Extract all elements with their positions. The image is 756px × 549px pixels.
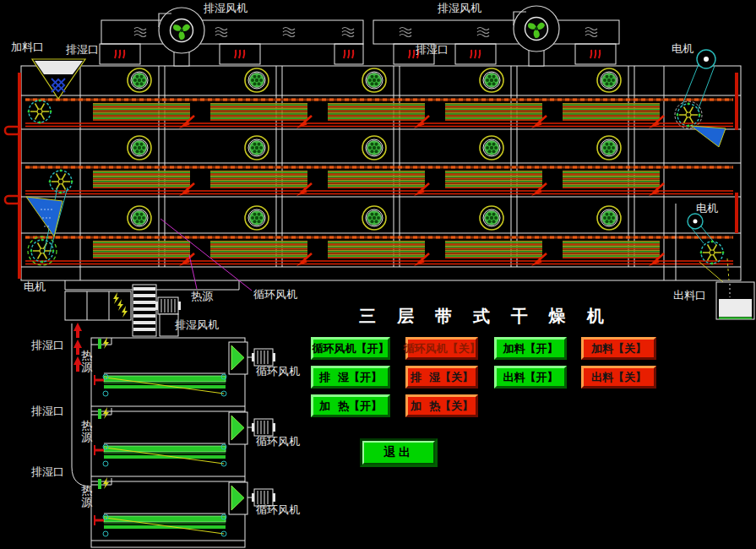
exhaust-fan-icon-left bbox=[159, 8, 204, 53]
exhaust-on-button[interactable]: 排 湿【开】 bbox=[311, 366, 390, 389]
label-exhaust-fan-right: 排湿风机 bbox=[438, 3, 481, 14]
label-motor-bottom-left: 电机 bbox=[24, 281, 46, 293]
roof-exhaust-assembly bbox=[100, 6, 619, 66]
right-drive-assembly bbox=[675, 50, 754, 319]
discharge-off-button[interactable]: 出料【关】 bbox=[581, 366, 656, 389]
circulation-fan-on-button[interactable]: 循环风机【开】 bbox=[311, 337, 390, 360]
dryer-level-2 bbox=[21, 136, 741, 197]
side-view-schematic bbox=[65, 285, 275, 547]
label-exhaust-fan-left: 排湿风机 bbox=[204, 3, 247, 14]
left-drive-assembly bbox=[5, 59, 85, 279]
label-motor-top-right: 电机 bbox=[672, 43, 693, 55]
belt-pulley-icon bbox=[28, 100, 52, 124]
dryer-levels bbox=[21, 68, 741, 267]
heat-hatch-icon bbox=[115, 50, 124, 58]
heat-off-button[interactable]: 加 热【关】 bbox=[405, 394, 478, 417]
exit-button-label: 退出 bbox=[362, 441, 435, 465]
belt-tensioner bbox=[26, 197, 63, 236]
exhaust-off-button[interactable]: 排 湿【关】 bbox=[405, 366, 478, 389]
label-side-heat-source-1: 热源 bbox=[81, 350, 94, 373]
label-side-circulation-fan-1: 循环风机 bbox=[256, 366, 300, 378]
label-side-exhaust-port-1: 排湿口 bbox=[31, 340, 64, 351]
feed-off-button[interactable]: 加料【关】 bbox=[581, 337, 656, 360]
hmi-screen: 排湿风机 排湿风机 加料口 排湿口 排湿口 电机 电机 电机 热源 循环风机 出… bbox=[0, 0, 756, 549]
label-side-heat-source-2: 热源 bbox=[81, 420, 94, 443]
label-exhaust-port-right: 排湿口 bbox=[416, 44, 449, 56]
feed-on-button[interactable]: 加料【开】 bbox=[494, 337, 567, 360]
label-side-heat-source-3: 热源 bbox=[81, 485, 94, 508]
page-title: 三 层 带 式 干 燥 机 bbox=[359, 305, 587, 328]
label-circulation-fan: 循环风机 bbox=[253, 289, 297, 301]
exhaust-fan-icon-right bbox=[514, 6, 559, 52]
label-exhaust-port-left: 排湿口 bbox=[66, 44, 99, 56]
side-view-level-2 bbox=[91, 407, 275, 466]
label-heat-source: 热源 bbox=[191, 291, 213, 302]
label-side-exhaust-port-2: 排湿口 bbox=[31, 405, 64, 417]
label-side-circulation-fan-3: 循环风机 bbox=[256, 504, 300, 516]
dryer-level-3 bbox=[21, 206, 741, 267]
exit-button[interactable]: 退出 bbox=[360, 438, 438, 467]
heat-on-button[interactable]: 加 热【开】 bbox=[311, 394, 390, 417]
label-discharge-outlet: 出料口 bbox=[673, 290, 706, 302]
circulation-fan-off-button[interactable]: 循环风机【关】 bbox=[405, 337, 478, 360]
heat-bolt-icon bbox=[113, 292, 119, 304]
circulation-fan-symbol bbox=[128, 68, 151, 92]
label-side-exhaust-fan: 排湿风机 bbox=[175, 319, 219, 331]
label-feed-inlet: 加料口 bbox=[11, 41, 44, 53]
discharge-on-button[interactable]: 出料【开】 bbox=[494, 366, 567, 389]
side-view-level-3 bbox=[91, 477, 275, 536]
dryer-level-1 bbox=[21, 68, 741, 129]
label-motor-mid-right: 电机 bbox=[696, 203, 718, 215]
label-side-circulation-fan-2: 循环风机 bbox=[256, 436, 300, 448]
side-view-level bbox=[91, 337, 275, 396]
label-side-exhaust-port-3: 排湿口 bbox=[31, 466, 64, 478]
